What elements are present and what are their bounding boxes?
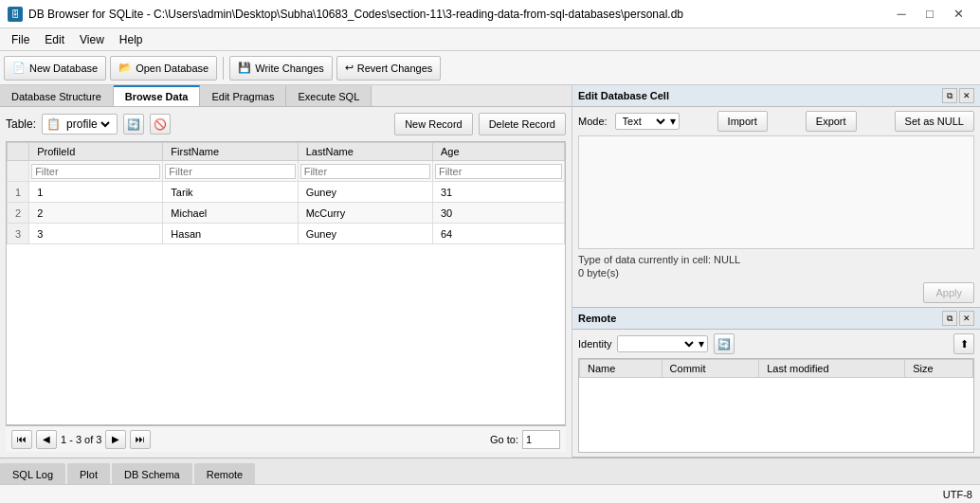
apply-button[interactable]: Apply: [923, 282, 974, 303]
tab-execute-sql[interactable]: Execute SQL: [286, 85, 372, 106]
revert-changes-label: Revert Changes: [357, 63, 433, 74]
new-database-label: New Database: [29, 63, 98, 74]
filter-firstname: [163, 161, 298, 182]
table-cell[interactable]: Tarik: [163, 182, 298, 203]
revert-changes-button[interactable]: ↩ Revert Changes: [336, 56, 442, 81]
table-cell[interactable]: 64: [432, 224, 564, 244]
table-cell[interactable]: 3: [29, 224, 163, 244]
table-cell[interactable]: 1: [29, 182, 163, 203]
bottom-tab-sql-log[interactable]: SQL Log: [0, 463, 65, 484]
delete-record-button[interactable]: Delete Record: [479, 113, 566, 135]
col-header-age[interactable]: Age: [432, 143, 564, 161]
mode-chevron-icon: ▾: [670, 115, 676, 128]
new-record-button[interactable]: New Record: [394, 113, 473, 135]
menu-edit[interactable]: Edit: [37, 31, 72, 48]
table-cell[interactable]: Michael: [163, 203, 298, 224]
table-cell[interactable]: 30: [432, 203, 564, 224]
identity-refresh-button[interactable]: 🔄: [714, 333, 735, 354]
row-number: 3: [8, 224, 29, 244]
goto-input[interactable]: [522, 430, 560, 449]
table-cell[interactable]: Guney: [298, 224, 432, 244]
row-number: 2: [8, 203, 29, 224]
cell-text-area[interactable]: [578, 135, 974, 249]
encoding-label: UTF-8: [943, 489, 972, 500]
table-cell[interactable]: 2: [29, 203, 163, 224]
table-row[interactable]: 22MichaelMcCurry30: [8, 203, 565, 224]
window-controls: ─ □ ✕: [887, 5, 972, 24]
filter-firstname-input[interactable]: [165, 164, 295, 179]
first-page-button[interactable]: ⏮: [11, 430, 32, 449]
remote-panel-controls: ⧉ ✕: [942, 311, 974, 326]
mode-row: Mode: Text Binary Null ▾ Import Export S…: [578, 111, 974, 132]
toolbar-separator-1: [223, 57, 224, 80]
filter-lastname: [298, 161, 432, 182]
refresh-table-button[interactable]: 🔄: [123, 114, 144, 135]
remote-restore-button[interactable]: ⧉: [942, 311, 957, 326]
table-row[interactable]: 33HasanGuney64: [8, 224, 565, 244]
col-header-lastname[interactable]: LastName: [298, 143, 432, 161]
table-cell[interactable]: 31: [432, 182, 564, 203]
mode-select[interactable]: Text Binary Null: [619, 115, 668, 128]
cell-type-info: Type of data currently in cell: NULL: [578, 254, 974, 265]
tab-database-structure[interactable]: Database Structure: [0, 85, 114, 106]
window-title: DB Browser for SQLite - C:\Users\admin\D…: [28, 8, 683, 21]
row-number: 1: [8, 182, 29, 203]
remote-close-button[interactable]: ✕: [959, 311, 974, 326]
status-bar: UTF-8: [0, 484, 980, 503]
table-row[interactable]: 11TarikGuney31: [8, 182, 565, 203]
table-cell[interactable]: Hasan: [163, 224, 298, 244]
bottom-tab-bar: SQL Log Plot DB Schema Remote: [0, 458, 980, 484]
prev-page-button[interactable]: ◀: [36, 430, 57, 449]
col-header-profileid[interactable]: ProfileId: [29, 143, 163, 161]
open-database-icon: 📂: [118, 62, 132, 74]
identity-upload-button[interactable]: ⬆: [953, 333, 974, 354]
filter-profileid: [29, 161, 163, 182]
remote-table-wrapper: Name Commit Last modified Size: [578, 358, 974, 453]
stop-table-button[interactable]: 🚫: [150, 114, 171, 135]
edit-cell-title: Edit Database Cell: [578, 90, 669, 101]
table-cell[interactable]: McCurry: [298, 203, 432, 224]
col-header-rownum: [8, 143, 29, 161]
table-filter-row: [8, 161, 565, 182]
remote-title: Remote: [578, 313, 616, 324]
edit-cell-close-button[interactable]: ✕: [959, 88, 974, 103]
edit-cell-restore-button[interactable]: ⧉: [942, 88, 957, 103]
filter-age: [432, 161, 564, 182]
next-page-button[interactable]: ▶: [105, 430, 126, 449]
table-label: Table:: [6, 117, 36, 131]
table-cell[interactable]: Guney: [298, 182, 432, 203]
close-button[interactable]: ✕: [944, 5, 972, 24]
export-button[interactable]: Export: [806, 111, 857, 132]
bottom-tab-db-schema[interactable]: DB Schema: [112, 463, 192, 484]
tab-edit-pragmas[interactable]: Edit Pragmas: [200, 85, 286, 106]
write-changes-button[interactable]: 💾 Write Changes: [229, 56, 333, 81]
menu-help[interactable]: Help: [112, 31, 151, 48]
bottom-tab-plot[interactable]: Plot: [67, 463, 110, 484]
import-button[interactable]: Import: [717, 111, 768, 132]
menu-file[interactable]: File: [4, 31, 37, 48]
table-select[interactable]: profile: [63, 117, 113, 132]
remote-table: Name Commit Last modified Size: [579, 359, 973, 378]
table-icon: 📋: [46, 117, 61, 131]
identity-select[interactable]: [621, 337, 697, 350]
new-database-button[interactable]: 📄 New Database: [4, 56, 106, 81]
filter-lastname-input[interactable]: [300, 164, 430, 179]
filter-age-input[interactable]: [435, 164, 562, 179]
toolbar: 📄 New Database 📂 Open Database 💾 Write C…: [0, 51, 980, 85]
goto-label: Go to:: [490, 434, 518, 445]
bottom-tab-remote[interactable]: Remote: [194, 463, 256, 484]
menu-view[interactable]: View: [72, 31, 112, 48]
minimize-button[interactable]: ─: [887, 5, 916, 24]
set-as-null-button[interactable]: Set as NULL: [895, 111, 974, 132]
write-changes-icon: 💾: [238, 62, 251, 74]
tab-browse-data[interactable]: Browse Data: [114, 85, 201, 106]
last-page-button[interactable]: ⏭: [130, 430, 151, 449]
restore-button[interactable]: □: [916, 5, 944, 24]
identity-select-wrapper: ▾: [617, 335, 708, 352]
write-changes-label: Write Changes: [255, 63, 324, 74]
col-header-firstname[interactable]: FirstName: [163, 143, 298, 161]
open-database-button[interactable]: 📂 Open Database: [110, 56, 217, 81]
pagination-bar: ⏮ ◀ 1 - 3 of 3 ▶ ⏭ Go to:: [6, 425, 566, 452]
filter-profileid-input[interactable]: [31, 164, 160, 179]
title-bar: 🗄 DB Browser for SQLite - C:\Users\admin…: [0, 0, 980, 28]
